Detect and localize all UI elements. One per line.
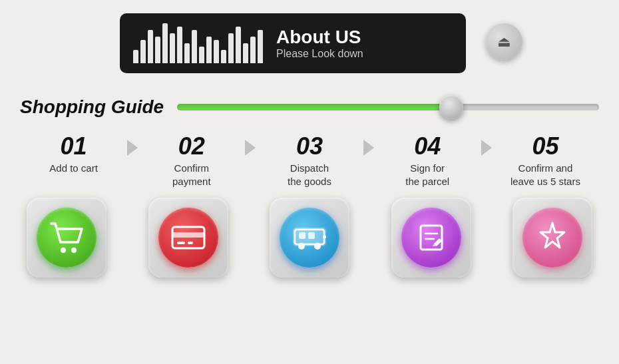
step-4-number: 04 — [414, 134, 441, 158]
svg-rect-13 — [421, 226, 442, 250]
arrow-1 — [127, 134, 138, 156]
arrow-4 — [481, 134, 492, 156]
step-3-label: Dispatchthe goods — [288, 162, 331, 188]
slider-thumb[interactable] — [439, 95, 463, 119]
header-banner: About US Please Look down — [120, 13, 466, 73]
guide-title: Shopping Guide — [20, 96, 164, 118]
arrow-shape-2 — [245, 140, 256, 156]
arrow-shape-4 — [481, 140, 492, 156]
slider-container — [177, 99, 599, 115]
equalizer-icon — [133, 23, 263, 63]
svg-rect-12 — [323, 236, 326, 238]
stars-icon — [522, 208, 582, 268]
steps-row: 01 Add to cart 02 Confirmpayment 03 Disp… — [20, 134, 599, 188]
step-3: 03 Dispatchthe goods — [256, 134, 363, 188]
header-subtitle: Please Look down — [276, 48, 363, 60]
arrow-shape-1 — [127, 140, 138, 156]
step-2-label: Confirmpayment — [172, 162, 211, 188]
svg-rect-5 — [188, 242, 193, 244]
svg-rect-4 — [177, 242, 185, 244]
cart-button[interactable] — [27, 198, 106, 277]
svg-rect-8 — [299, 232, 306, 239]
dispatch-icon — [280, 208, 339, 268]
arrow-shape-3 — [363, 140, 374, 156]
stars-button[interactable] — [513, 198, 592, 277]
step-5: 05 Confirm andleave us 5 stars — [492, 134, 599, 188]
svg-rect-9 — [308, 232, 315, 239]
svg-point-10 — [298, 243, 305, 250]
svg-point-0 — [61, 248, 66, 253]
step-4-label: Sign forthe parcel — [405, 162, 449, 188]
arrow-2 — [245, 134, 256, 156]
payment-button[interactable] — [148, 198, 228, 277]
step-2-number: 02 — [178, 134, 205, 158]
guide-header: Shopping Guide — [20, 96, 599, 118]
slider-track — [177, 104, 599, 110]
sign-icon — [401, 208, 461, 268]
step-5-number: 05 — [532, 134, 558, 158]
icons-row — [20, 198, 599, 277]
sign-button[interactable] — [391, 198, 471, 277]
dispatch-button[interactable] — [270, 198, 349, 277]
eject-button[interactable] — [486, 23, 522, 60]
step-1: 01 Add to cart — [20, 134, 127, 175]
step-1-number: 01 — [61, 134, 87, 158]
svg-point-11 — [314, 243, 321, 250]
step-3-number: 03 — [296, 134, 323, 158]
step-1-label: Add to cart — [49, 162, 98, 175]
cart-icon — [37, 208, 97, 268]
step-2: 02 Confirmpayment — [138, 134, 245, 188]
step-5-label: Confirm andleave us 5 stars — [511, 162, 580, 188]
arrow-3 — [363, 134, 374, 156]
header-text: About US Please Look down — [276, 27, 363, 60]
payment-icon — [158, 208, 218, 268]
guide-section: Shopping Guide 01 Add to cart 02 Confirm… — [20, 96, 599, 277]
header-title: About US — [276, 27, 363, 48]
svg-point-1 — [71, 248, 77, 253]
svg-rect-3 — [172, 232, 204, 238]
step-4: 04 Sign forthe parcel — [374, 134, 481, 188]
